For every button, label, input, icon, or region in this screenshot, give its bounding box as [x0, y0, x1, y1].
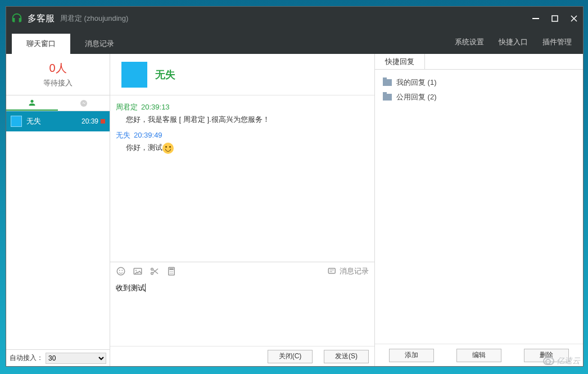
scissors-icon[interactable] — [150, 266, 160, 276]
message-sender: 周君定 — [116, 103, 138, 111]
waiting-count: 0人 — [6, 61, 110, 76]
svg-point-17 — [173, 273, 174, 274]
folder-public-replies[interactable]: 公用回复 (2) — [383, 90, 575, 104]
svg-point-4 — [119, 270, 120, 271]
app-window: 多客服 周君定 (zhoujunding) 聊天窗口 消息记录 系统设置 快捷入… — [6, 6, 584, 367]
chat-body: 周君定20:39:13 您好，我是客服 [ 周君定 ].很高兴为您服务！ 无失2… — [110, 95, 374, 262]
maximize-button[interactable] — [550, 14, 559, 23]
send-bar: 关闭(C) 发送(S) — [110, 346, 374, 366]
message-sender: 无失 — [116, 131, 130, 139]
message-time: 20:39:49 — [134, 131, 162, 139]
auto-accept-bar: 自动接入： 30 — [6, 349, 110, 366]
image-icon[interactable] — [133, 266, 143, 276]
svg-rect-18 — [328, 268, 335, 273]
app-title: 多客服 — [28, 13, 55, 25]
message-text: 您好，我是客服 [ 周君定 ].很高兴为您服务！ — [116, 112, 369, 125]
svg-point-7 — [135, 270, 137, 271]
auto-accept-select[interactable]: 30 — [46, 353, 106, 364]
session-tab-active[interactable] — [6, 95, 58, 111]
session-tab-messenger[interactable] — [58, 95, 110, 111]
menu-plugin-management[interactable]: 插件管理 — [542, 37, 572, 47]
session-name: 无失 — [26, 116, 41, 126]
tab-bar: 聊天窗口 消息记录 系统设置 快捷入口 插件管理 — [6, 30, 583, 54]
chat-message: 无失20:39:49 你好，测试 — [116, 130, 369, 154]
chat-bubble-icon — [79, 99, 88, 108]
svg-rect-0 — [532, 18, 539, 19]
svg-point-15 — [170, 273, 171, 274]
quick-reply-tab[interactable]: 快捷回复 — [375, 54, 425, 69]
content-area: 0人 等待接入 无失 20:39 自动接入： — [6, 54, 583, 366]
svg-point-13 — [171, 271, 172, 272]
avatar-icon — [11, 116, 22, 127]
menu-system-settings[interactable]: 系统设置 — [455, 37, 484, 47]
emoji-picker-icon[interactable] — [116, 266, 126, 276]
history-icon — [327, 266, 337, 276]
chat-panel: 无失 周君定20:39:13 您好，我是客服 [ 周君定 ].很高兴为您服务！ … — [110, 54, 375, 366]
close-button[interactable] — [569, 14, 578, 23]
input-toolbar: 消息记录 — [110, 262, 374, 280]
svg-rect-1 — [552, 16, 558, 21]
app-subtitle: 周君定 (zhoujunding) — [60, 13, 128, 24]
calculator-icon[interactable] — [166, 266, 177, 276]
quick-reply-header: 快捷回复 — [375, 54, 583, 70]
send-button[interactable]: 发送(S) — [324, 350, 369, 363]
history-link[interactable]: 消息记录 — [327, 266, 369, 276]
session-time: 20:39 — [82, 117, 98, 125]
add-button[interactable]: 添加 — [389, 349, 434, 362]
watermark: 亿速云 — [543, 356, 580, 366]
close-button[interactable]: 关闭(C) — [268, 350, 313, 363]
svg-point-12 — [170, 271, 171, 272]
message-input[interactable]: 收到测试 — [110, 280, 374, 346]
waiting-area: 0人 等待接入 — [6, 54, 110, 95]
chat-header: 无失 — [110, 54, 374, 95]
svg-point-5 — [121, 270, 123, 271]
left-panel: 0人 等待接入 无失 20:39 自动接入： — [6, 54, 110, 366]
headset-icon — [11, 12, 23, 25]
unread-indicator-icon — [101, 119, 105, 124]
minimize-button[interactable] — [531, 14, 540, 23]
tab-message-log[interactable]: 消息记录 — [70, 34, 129, 54]
message-time: 20:39:13 — [141, 103, 170, 111]
svg-rect-11 — [169, 268, 174, 270]
menu-quick-entry[interactable]: 快捷入口 — [499, 37, 528, 47]
folder-icon — [383, 94, 392, 101]
svg-point-14 — [173, 271, 174, 272]
titlebar: 多客服 周君定 (zhoujunding) — [6, 7, 583, 30]
svg-point-3 — [117, 267, 125, 275]
folder-icon — [383, 79, 392, 86]
folder-my-replies[interactable]: 我的回复 (1) — [383, 75, 575, 90]
session-item[interactable]: 无失 20:39 — [6, 111, 110, 131]
edit-button[interactable]: 编辑 — [456, 349, 501, 362]
waiting-label: 等待接入 — [6, 78, 110, 88]
contact-name: 无失 — [155, 68, 175, 81]
smile-emoji-icon — [162, 143, 174, 154]
session-list: 无失 20:39 — [6, 111, 110, 349]
cloud-icon — [543, 357, 554, 365]
contact-avatar-icon — [121, 62, 147, 88]
quick-reply-body: 我的回复 (1) 公用回复 (2) — [375, 70, 583, 344]
quick-reply-panel: 快捷回复 我的回复 (1) 公用回复 (2) 添加 编辑 删除 — [375, 54, 583, 366]
message-text: 你好，测试 — [116, 140, 369, 154]
session-tabs — [6, 95, 110, 111]
tab-chat-window[interactable]: 聊天窗口 — [12, 34, 70, 54]
chat-message: 周君定20:39:13 您好，我是客服 [ 周君定 ].很高兴为您服务！ — [116, 102, 369, 125]
svg-point-16 — [171, 273, 172, 274]
person-icon — [28, 98, 37, 107]
auto-accept-label: 自动接入： — [10, 353, 43, 363]
